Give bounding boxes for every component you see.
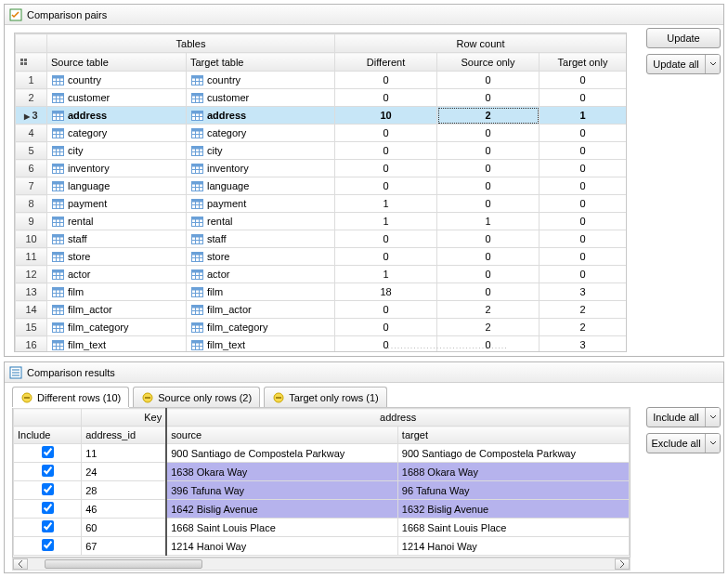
source-table-cell[interactable]: staff xyxy=(47,230,187,248)
col-target-table[interactable]: Target table xyxy=(187,53,335,72)
table-row[interactable]: 7languagelanguage000 xyxy=(16,177,627,195)
different-cell[interactable]: 0 xyxy=(335,125,437,142)
table-row[interactable]: 13filmfilm1803 xyxy=(16,283,627,301)
col-source-table[interactable]: Source table xyxy=(47,53,187,72)
row-number[interactable]: 9 xyxy=(16,213,47,230)
source-value-cell[interactable]: 1638 Okara Way xyxy=(166,463,397,481)
include-cell[interactable] xyxy=(14,519,82,537)
table-row[interactable]: 601668 Saint Louis Place1668 Saint Louis… xyxy=(14,519,630,537)
row-number[interactable]: 5 xyxy=(16,142,47,160)
address-id-cell[interactable]: 24 xyxy=(82,463,167,481)
source-only-cell[interactable]: 0 xyxy=(437,125,540,142)
target-only-cell[interactable]: 2 xyxy=(540,319,627,336)
target-only-cell[interactable]: 0 xyxy=(540,213,627,230)
different-cell[interactable]: 0 xyxy=(335,230,437,248)
source-table-cell[interactable]: film_category xyxy=(47,319,187,336)
target-table-cell[interactable]: film xyxy=(187,283,335,301)
include-cell[interactable] xyxy=(14,444,82,463)
table-row[interactable]: 671214 Hanoi Way1214 Hanoi Way xyxy=(14,537,630,556)
row-number[interactable]: 7 xyxy=(16,177,47,195)
target-only-cell[interactable]: 0 xyxy=(540,266,627,283)
target-value-cell[interactable]: 1632 Bislig Avenue xyxy=(397,500,629,519)
row-number[interactable]: 12 xyxy=(16,266,47,283)
address-id-cell[interactable]: 46 xyxy=(82,500,167,519)
different-cell[interactable]: 10 xyxy=(335,107,437,125)
include-checkbox[interactable] xyxy=(42,520,54,532)
source-only-cell[interactable]: 0 xyxy=(437,72,540,89)
table-row[interactable]: 15film_categoryfilm_category022 xyxy=(16,319,627,336)
panel-splitter[interactable]: ····································· xyxy=(260,344,635,351)
different-cell[interactable]: 1 xyxy=(335,195,437,213)
source-table-cell[interactable]: language xyxy=(47,177,187,195)
target-table-cell[interactable]: country xyxy=(187,72,335,89)
include-all-dropdown[interactable] xyxy=(705,408,720,427)
row-number[interactable]: 15 xyxy=(16,319,47,336)
source-table-cell[interactable]: payment xyxy=(47,195,187,213)
source-table-cell[interactable]: address xyxy=(47,107,187,125)
address-id-cell[interactable]: 60 xyxy=(82,519,167,537)
pairs-grid[interactable]: Tables Row count Source table Target tab… xyxy=(14,33,627,352)
scroll-thumb[interactable] xyxy=(45,559,202,569)
table-row[interactable]: 11storestore000 xyxy=(16,248,627,266)
source-table-cell[interactable]: rental xyxy=(47,213,187,230)
table-row[interactable]: 2customercustomer000 xyxy=(16,89,627,107)
target-table-cell[interactable]: language xyxy=(187,177,335,195)
scroll-left-button[interactable] xyxy=(13,558,28,570)
col-group-rowcount[interactable]: Row count xyxy=(335,34,627,53)
source-only-cell[interactable]: 0 xyxy=(437,248,540,266)
target-only-cell[interactable]: 0 xyxy=(540,248,627,266)
different-cell[interactable]: 0 xyxy=(335,319,437,336)
different-cell[interactable]: 1 xyxy=(335,213,437,230)
source-table-cell[interactable]: customer xyxy=(47,89,187,107)
include-checkbox[interactable] xyxy=(42,465,54,477)
address-id-cell[interactable]: 28 xyxy=(82,481,167,500)
different-cell[interactable]: 0 xyxy=(335,160,437,177)
row-number[interactable]: 14 xyxy=(16,301,47,319)
table-row[interactable]: 5citycity000 xyxy=(16,142,627,160)
source-only-cell[interactable]: 0 xyxy=(437,230,540,248)
source-only-cell[interactable]: 2 xyxy=(437,319,540,336)
include-all-button[interactable]: Include all xyxy=(646,407,721,427)
col-target-only[interactable]: Target only xyxy=(540,53,627,72)
exclude-all-dropdown[interactable] xyxy=(705,434,720,453)
col-include[interactable]: Include xyxy=(14,427,82,444)
source-only-cell[interactable]: 0 xyxy=(437,283,540,301)
different-cell[interactable]: 1 xyxy=(335,266,437,283)
include-checkbox[interactable] xyxy=(42,446,54,458)
target-only-cell[interactable]: 0 xyxy=(540,125,627,142)
table-row[interactable]: 3addressaddress1021 xyxy=(16,107,627,125)
row-number[interactable]: 13 xyxy=(16,283,47,301)
different-cell[interactable]: 0 xyxy=(335,177,437,195)
include-checkbox[interactable] xyxy=(42,483,54,495)
col-group-tables[interactable]: Tables xyxy=(47,34,335,53)
update-all-button[interactable]: Update all xyxy=(646,54,721,74)
row-number[interactable]: 6 xyxy=(16,160,47,177)
include-cell[interactable] xyxy=(14,463,82,481)
include-cell[interactable] xyxy=(14,500,82,519)
source-table-cell[interactable]: country xyxy=(47,72,187,89)
different-cell[interactable]: 0 xyxy=(335,248,437,266)
target-table-cell[interactable]: category xyxy=(187,125,335,142)
row-number[interactable]: 3 xyxy=(16,107,47,125)
update-button[interactable]: Update xyxy=(646,28,721,48)
update-all-dropdown[interactable] xyxy=(705,55,720,73)
source-table-cell[interactable]: city xyxy=(47,142,187,160)
target-value-cell[interactable]: 96 Tafuna Way xyxy=(397,481,629,500)
target-value-cell[interactable]: 1688 Okara Way xyxy=(397,463,629,481)
target-only-cell[interactable]: 3 xyxy=(540,283,627,301)
col-target-value[interactable]: target xyxy=(397,427,629,444)
target-table-cell[interactable]: rental xyxy=(187,213,335,230)
source-value-cell[interactable]: 1214 Hanoi Way xyxy=(166,537,397,556)
table-row[interactable]: 10staffstaff000 xyxy=(16,230,627,248)
target-only-cell[interactable]: 0 xyxy=(540,142,627,160)
include-cell[interactable] xyxy=(14,537,82,556)
source-table-cell[interactable]: film_text xyxy=(47,336,187,353)
table-row[interactable]: 11900 Santiago de Compostela Parkway900 … xyxy=(14,444,630,463)
row-number[interactable]: 2 xyxy=(16,89,47,107)
target-value-cell[interactable]: 900 Santiago de Compostela Parkway xyxy=(397,444,629,463)
source-value-cell[interactable]: 1642 Bislig Avenue xyxy=(166,500,397,519)
row-selector-header[interactable] xyxy=(16,53,47,72)
source-table-cell[interactable]: film_actor xyxy=(47,301,187,319)
scroll-right-button[interactable] xyxy=(615,558,630,570)
row-number[interactable]: 1 xyxy=(16,72,47,89)
